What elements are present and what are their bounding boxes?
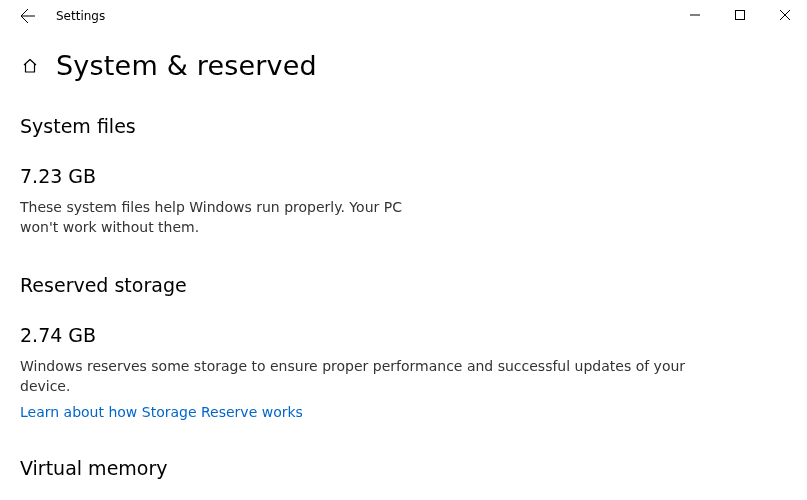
section-description: Windows reserves some storage to ensure …: [20, 356, 720, 397]
svg-rect-0: [735, 11, 744, 20]
home-icon-svg: [22, 58, 38, 74]
storage-reserve-link[interactable]: Learn about how Storage Reserve works: [20, 404, 303, 420]
content-area: System & reserved System files 7.23 GB T…: [0, 50, 807, 500]
maximize-icon: [735, 10, 745, 20]
window-controls: [672, 0, 807, 30]
section-system-files: System files 7.23 GB These system files …: [20, 115, 787, 238]
window-title: Settings: [48, 9, 105, 23]
section-description: These system files help Windows run prop…: [20, 197, 440, 238]
section-title: Reserved storage: [20, 274, 787, 296]
page-title: System & reserved: [56, 50, 317, 81]
close-button[interactable]: [762, 0, 807, 30]
close-icon: [780, 10, 790, 20]
section-title: Virtual memory: [20, 457, 787, 479]
section-virtual-memory: Virtual memory 1.64 GB This lets your PC…: [20, 457, 787, 500]
titlebar: Settings: [0, 0, 807, 32]
minimize-icon: [690, 10, 700, 20]
minimize-button[interactable]: [672, 0, 717, 30]
back-button[interactable]: [8, 0, 48, 32]
maximize-button[interactable]: [717, 0, 762, 30]
back-arrow-icon: [20, 8, 36, 24]
page-header: System & reserved: [20, 50, 787, 81]
section-title: System files: [20, 115, 787, 137]
section-reserved-storage: Reserved storage 2.74 GB Windows reserve…: [20, 274, 787, 422]
home-icon[interactable]: [20, 56, 40, 76]
section-value: 7.23 GB: [20, 165, 787, 187]
section-value: 2.74 GB: [20, 324, 787, 346]
